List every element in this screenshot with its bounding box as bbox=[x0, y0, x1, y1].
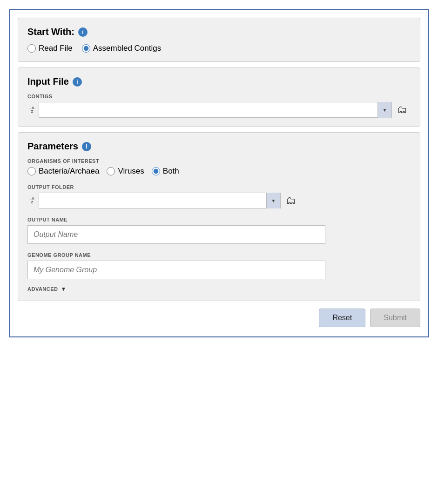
input-file-title: Input File i bbox=[27, 76, 411, 87]
radio-assembled-contigs[interactable]: Assembled Contigs bbox=[82, 44, 161, 53]
output-folder-dropdown-arrow[interactable]: ▼ bbox=[266, 193, 280, 208]
start-with-info-icon[interactable]: i bbox=[78, 27, 88, 37]
output-folder-input-row: ↓A Z ▼ 🗂 bbox=[27, 193, 411, 208]
contigs-field-label: CONTIGS bbox=[27, 94, 411, 99]
organisms-label: ORGANISMS OF INTEREST bbox=[27, 158, 411, 164]
parameters-info-icon[interactable]: i bbox=[82, 142, 91, 151]
radio-read-file-input[interactable] bbox=[27, 44, 36, 53]
page-wrapper: Start With: i Read File Assembled Contig… bbox=[9, 9, 429, 337]
radio-read-file-label: Read File bbox=[39, 44, 73, 53]
radio-viruses-input[interactable] bbox=[107, 167, 115, 175]
start-with-radio-group: Read File Assembled Contigs bbox=[27, 44, 411, 53]
parameters-label: Parameters bbox=[27, 141, 78, 152]
contigs-input[interactable] bbox=[39, 102, 377, 117]
start-with-section: Start With: i Read File Assembled Contig… bbox=[18, 18, 420, 62]
contigs-dropdown[interactable]: ▼ bbox=[39, 102, 392, 118]
radio-read-file[interactable]: Read File bbox=[27, 44, 73, 53]
radio-bacteria[interactable]: Bacteria/Archaea bbox=[27, 167, 99, 176]
parameters-title: Parameters i bbox=[27, 141, 411, 152]
radio-bacteria-input[interactable] bbox=[27, 167, 36, 175]
output-folder-arrow-icon: ▼ bbox=[271, 198, 276, 203]
submit-button[interactable]: Submit bbox=[370, 309, 420, 327]
start-with-title: Start With: i bbox=[27, 27, 411, 37]
advanced-chevron-icon: ▼ bbox=[61, 286, 67, 292]
organisms-radio-group: Bacteria/Archaea Viruses Both bbox=[27, 167, 411, 176]
button-row: Reset Submit bbox=[18, 307, 420, 329]
radio-viruses[interactable]: Viruses bbox=[107, 167, 144, 176]
radio-both-input[interactable] bbox=[152, 167, 160, 175]
contigs-folder-button[interactable]: 🗂 bbox=[394, 102, 411, 118]
radio-both[interactable]: Both bbox=[152, 167, 179, 176]
contigs-input-row: ↓A Z ▼ 🗂 bbox=[27, 102, 411, 118]
parameters-section: Parameters i ORGANISMS OF INTEREST Bacte… bbox=[18, 132, 420, 301]
dropdown-arrow-icon: ▼ bbox=[383, 108, 387, 113]
radio-assembled-contigs-input[interactable] bbox=[82, 44, 90, 53]
input-file-info-icon[interactable]: i bbox=[73, 77, 82, 87]
radio-both-label: Both bbox=[163, 167, 179, 176]
output-folder-sort-icon: ↓A Z bbox=[27, 197, 37, 204]
radio-assembled-contigs-label: Assembled Contigs bbox=[93, 44, 161, 53]
output-folder-input[interactable] bbox=[39, 193, 266, 208]
radio-viruses-label: Viruses bbox=[118, 167, 144, 176]
output-name-input[interactable] bbox=[27, 225, 325, 244]
output-folder-button[interactable]: 🗂 bbox=[283, 193, 299, 208]
advanced-toggle[interactable]: ADVANCED ▼ bbox=[27, 286, 411, 292]
radio-bacteria-label: Bacteria/Archaea bbox=[39, 167, 99, 176]
start-with-label: Start With: bbox=[27, 27, 74, 37]
contigs-sort-icon: ↓A Z bbox=[27, 106, 37, 114]
input-file-label: Input File bbox=[27, 76, 69, 87]
output-name-label: OUTPUT NAME bbox=[27, 217, 411, 222]
advanced-label: ADVANCED bbox=[27, 286, 58, 292]
output-folder-label: OUTPUT FOLDER bbox=[27, 184, 411, 190]
output-folder-icon: 🗂 bbox=[286, 195, 296, 207]
output-folder-dropdown[interactable]: ▼ bbox=[39, 193, 281, 208]
contigs-dropdown-arrow[interactable]: ▼ bbox=[377, 102, 391, 118]
genome-group-input[interactable] bbox=[27, 261, 325, 279]
genome-group-label: GENOME GROUP NAME bbox=[27, 252, 411, 258]
contigs-folder-icon: 🗂 bbox=[397, 104, 407, 116]
input-file-section: Input File i CONTIGS ↓A Z ▼ 🗂 bbox=[18, 67, 420, 127]
reset-button[interactable]: Reset bbox=[319, 309, 365, 327]
